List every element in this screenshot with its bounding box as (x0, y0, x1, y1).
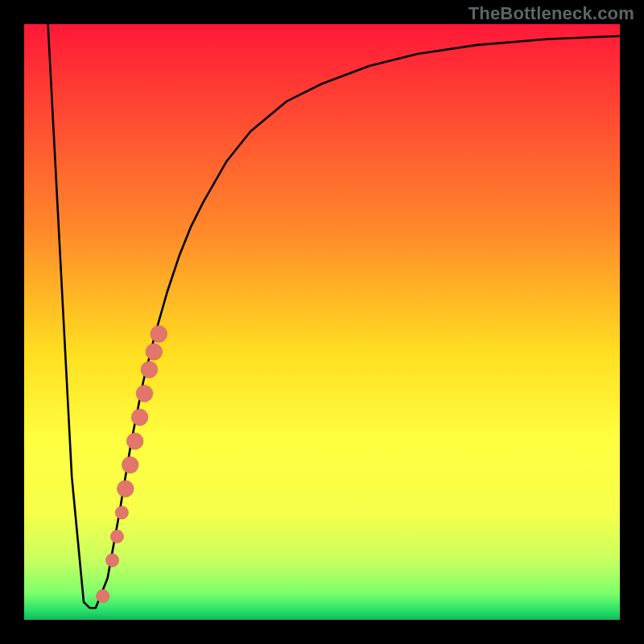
gradient-background (24, 24, 620, 620)
curve-marker (151, 325, 167, 342)
curve-marker (141, 361, 158, 378)
curve-marker (115, 506, 128, 519)
curve-marker (97, 589, 109, 602)
curve-marker (117, 481, 134, 497)
chart-svg (24, 24, 620, 620)
curve-marker (146, 344, 163, 361)
chart-frame: TheBottleneck.com (0, 0, 644, 644)
watermark-label: TheBottleneck.com (469, 3, 634, 24)
curve-marker (126, 433, 143, 450)
plot-area (24, 24, 620, 620)
curve-marker (122, 456, 138, 473)
curve-marker (136, 385, 153, 402)
curve-marker (110, 530, 123, 543)
curve-marker (105, 554, 118, 567)
curve-marker (131, 409, 148, 426)
